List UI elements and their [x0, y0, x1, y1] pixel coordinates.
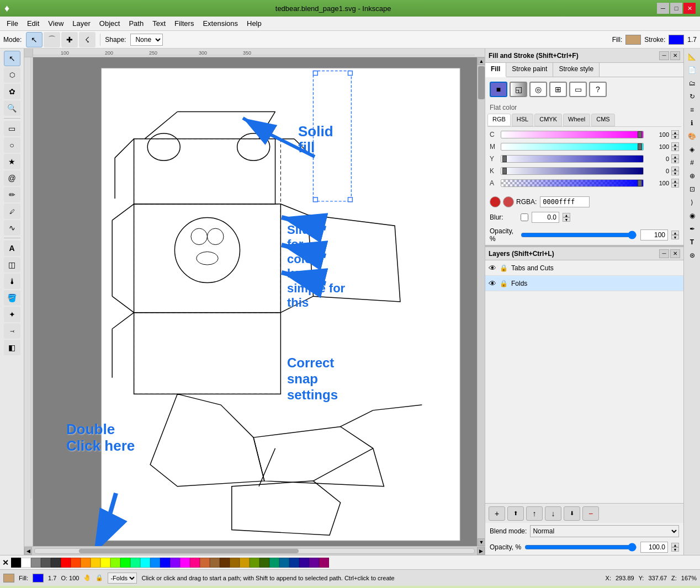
dropper-tool[interactable]: 🌡 — [4, 274, 20, 289]
color-swatch[interactable] — [299, 558, 309, 568]
menu-layer[interactable]: Layer — [68, 18, 95, 29]
tweak-tool-btn[interactable]: ✚ — [61, 32, 78, 47]
zoom-fit-icon[interactable]: ⊡ — [686, 183, 699, 195]
extra-icon[interactable]: ⊛ — [686, 249, 699, 261]
layer-item-tabs-cuts[interactable]: 👁 🔒 Tabs and Cuts — [485, 260, 683, 276]
star-tool[interactable]: ★ — [4, 154, 20, 169]
color-swatch[interactable] — [150, 558, 160, 568]
y-spin-up[interactable]: ▲ — [671, 154, 679, 159]
color-swatch[interactable] — [41, 558, 51, 568]
k-spin-up[interactable]: ▲ — [671, 167, 679, 171]
guides-icon[interactable]: ⊕ — [686, 170, 699, 182]
blur-checkbox[interactable] — [521, 213, 528, 221]
tab-hsl[interactable]: HSL — [512, 114, 533, 126]
shape-select[interactable]: None — [130, 34, 163, 46]
xml-editor-icon[interactable]: 🗂 — [686, 77, 699, 89]
layer-up-btn[interactable]: ↑ — [526, 506, 543, 521]
menu-path[interactable]: Path — [124, 18, 148, 29]
color-swatch[interactable] — [259, 558, 269, 568]
grid-icon[interactable]: # — [686, 157, 699, 169]
canvas-hscroll[interactable]: ◀ ▶ — [24, 546, 485, 555]
status-fill-swatch[interactable] — [3, 574, 14, 582]
a-spin-down[interactable]: ▼ — [671, 183, 679, 188]
a-slider[interactable] — [501, 179, 644, 187]
layer-opacity-spin-down[interactable]: ▼ — [671, 547, 679, 552]
hscroll-track[interactable] — [34, 548, 475, 554]
menu-filters[interactable]: Filters — [170, 18, 198, 29]
opacity-spin-down[interactable]: ▼ — [671, 235, 679, 239]
symbol-icon[interactable]: ◈ — [686, 143, 699, 156]
color-swatch[interactable] — [100, 558, 110, 568]
color-swatch[interactable] — [240, 558, 250, 568]
c-slider[interactable] — [501, 131, 644, 138]
color-swatch[interactable] — [250, 558, 259, 568]
rgba-input[interactable] — [540, 196, 590, 207]
color-swatch[interactable] — [110, 558, 120, 568]
vscroll-up[interactable]: ▲ — [478, 57, 485, 65]
layer-select-status[interactable]: -Folds — [108, 573, 137, 584]
paint-server-btn[interactable] — [490, 196, 501, 207]
tab-cmyk[interactable]: CMYK — [534, 114, 562, 126]
layer-visible-icon-1[interactable]: 👁 — [489, 264, 496, 272]
tab-wheel[interactable]: Wheel — [563, 114, 590, 126]
tab-rgb[interactable]: RGB — [487, 114, 511, 126]
layer-lock-icon-1[interactable]: 🔒 — [500, 264, 508, 272]
calligraphy-tool[interactable]: ∿ — [4, 220, 20, 236]
menu-text[interactable]: Text — [148, 18, 170, 29]
menu-file[interactable]: File — [2, 18, 23, 29]
color-swatch[interactable] — [200, 558, 210, 568]
layers-close-btn[interactable]: ✕ — [670, 249, 680, 258]
pencil-tool[interactable]: ✏ — [4, 187, 20, 202]
color-swatch[interactable] — [160, 558, 170, 568]
y-spin-down[interactable]: ▼ — [671, 159, 679, 163]
text-editor-icon[interactable]: T — [686, 236, 699, 248]
color-swatch[interactable] — [210, 558, 220, 568]
tweak-tool[interactable]: ✿ — [4, 84, 20, 99]
menu-object[interactable]: Object — [95, 18, 125, 29]
layers-minimize-btn[interactable]: ─ — [659, 249, 669, 258]
gradient-tool[interactable]: ◫ — [4, 257, 20, 272]
color-swatch[interactable] — [130, 558, 140, 568]
canvas-area[interactable]: Solid fill Slide for color keep it simpl… — [33, 57, 485, 546]
pen-tool[interactable]: 🖊 — [4, 204, 20, 219]
circle-tool[interactable]: ○ — [4, 137, 20, 153]
color-swatch[interactable] — [140, 558, 150, 568]
color-swatch[interactable] — [11, 558, 21, 568]
color-swatch[interactable] — [190, 558, 200, 568]
tab-cms[interactable]: CMS — [591, 114, 614, 126]
c-spin-down[interactable]: ▼ — [671, 135, 679, 139]
k-spin-down[interactable]: ▼ — [671, 171, 679, 175]
maximize-button[interactable]: □ — [670, 3, 682, 14]
layer-item-folds[interactable]: 👁 🔒 Folds — [485, 276, 683, 291]
spray-tool[interactable]: ✦ — [4, 307, 20, 322]
blur-spin-up[interactable]: ▲ — [563, 213, 570, 217]
blend-mode-select[interactable]: Normal Multiply Screen Overlay — [530, 525, 679, 537]
color-swatch[interactable] — [21, 558, 31, 568]
hscroll-thumb[interactable] — [79, 549, 299, 553]
node-snap-icon[interactable]: ◉ — [686, 210, 699, 222]
node-edit-tool[interactable]: ⬡ — [4, 67, 20, 83]
canvas-vscroll[interactable]: ▲ ▼ — [477, 57, 485, 546]
color-swatch[interactable] — [220, 558, 230, 568]
fill-radial-btn[interactable]: ◎ — [529, 82, 547, 97]
text-tool[interactable]: A — [4, 240, 20, 256]
color-swatch[interactable] — [51, 558, 61, 568]
opacity-spin-up[interactable]: ▲ — [671, 231, 679, 235]
m-slider[interactable] — [501, 143, 644, 151]
opacity-value[interactable] — [640, 229, 668, 240]
transform-icon[interactable]: ↻ — [686, 90, 699, 103]
layer-lock-icon-2[interactable]: 🔒 — [500, 280, 508, 287]
minimize-button[interactable]: ─ — [657, 3, 669, 14]
path-editor-icon[interactable]: ✒ — [686, 223, 699, 235]
menu-extensions[interactable]: Extensions — [198, 18, 242, 29]
select-tool-btn[interactable]: ↖ — [26, 32, 43, 47]
object-properties-icon[interactable]: ℹ — [686, 117, 699, 129]
status-stroke-swatch[interactable] — [33, 574, 44, 582]
fill-linear-btn[interactable]: ◱ — [510, 82, 527, 97]
connector-tool[interactable]: ⤙ — [4, 323, 20, 339]
fill-solid-btn[interactable]: ■ — [490, 82, 507, 97]
swatch-icon[interactable]: 🎨 — [686, 130, 699, 142]
color-swatch[interactable] — [180, 558, 190, 568]
add-layer-btn[interactable]: + — [489, 506, 505, 521]
color-swatch[interactable] — [120, 558, 130, 568]
